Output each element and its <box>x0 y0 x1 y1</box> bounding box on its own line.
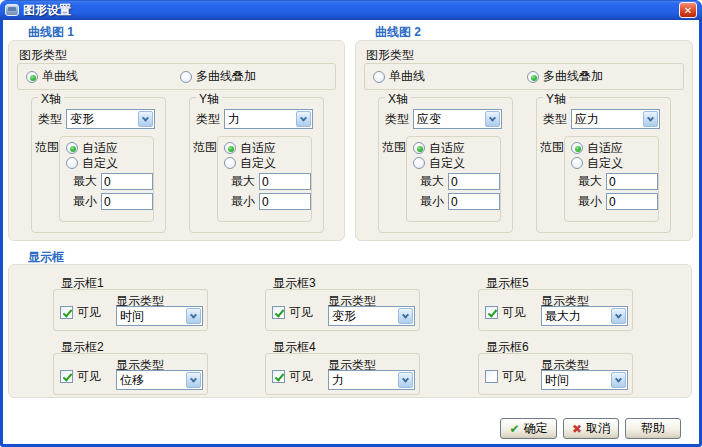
chevron-down-icon[interactable] <box>611 308 626 324</box>
radio-custom[interactable]: 自定义 <box>571 156 658 170</box>
visible-checkbox[interactable]: 可见 <box>485 304 526 321</box>
x-axis-type-select[interactable]: 变形 <box>66 109 155 129</box>
radio-multi-curve[interactable]: 多曲线叠加 <box>527 68 603 85</box>
radio-custom[interactable]: 自定义 <box>224 156 311 170</box>
graph-type-label: 图形类型 <box>19 47 67 64</box>
ok-button[interactable]: ✔ 确定 <box>500 418 557 439</box>
visible-checkbox[interactable]: 可见 <box>60 304 101 321</box>
chevron-down-icon[interactable] <box>186 372 201 388</box>
max-input[interactable] <box>101 173 153 190</box>
radio-adaptive[interactable]: 自适应 <box>66 141 153 155</box>
radio-custom[interactable]: 自定义 <box>413 156 500 170</box>
display-box-3: 可见 显示类型 变形 <box>265 289 420 331</box>
max-input[interactable] <box>259 173 311 190</box>
radio-icon <box>224 157 236 169</box>
chevron-down-icon[interactable] <box>611 372 626 388</box>
select-value: 力 <box>329 372 397 389</box>
radio-single-curve[interactable]: 单曲线 <box>373 68 425 85</box>
axis-type-row: 类型 变形 <box>38 109 155 129</box>
radio-adaptive[interactable]: 自适应 <box>224 141 311 155</box>
max-input[interactable] <box>448 173 500 190</box>
radio-single-curve[interactable]: 单曲线 <box>26 68 78 85</box>
min-input[interactable] <box>101 193 153 210</box>
radio-adaptive[interactable]: 自适应 <box>413 141 500 155</box>
chevron-down-icon[interactable] <box>138 111 153 127</box>
display-type-select[interactable]: 最大力 <box>541 306 628 326</box>
ok-button-label: 确定 <box>524 420 548 437</box>
min-row: 最小 <box>73 193 149 210</box>
display-column-1: 显示框1 可见 显示类型 时间 显示框2 可见 <box>53 275 209 403</box>
max-label: 最大 <box>420 173 445 190</box>
x-axis-group: X轴 类型 变形 范围 自适应 自定义 <box>31 97 166 233</box>
radio-custom[interactable]: 自定义 <box>66 156 153 170</box>
select-value: 位移 <box>117 372 185 389</box>
range-box: 自适应 自定义 最大 最小 <box>217 136 312 222</box>
display-type-select[interactable]: 力 <box>328 370 415 390</box>
chevron-down-icon[interactable] <box>485 111 500 127</box>
range-label: 范围 <box>35 139 59 156</box>
chevron-down-icon[interactable] <box>398 308 413 324</box>
radio-icon <box>26 71 38 83</box>
display-type-select[interactable]: 变形 <box>328 306 415 326</box>
curve-chart-2-container: 图形类型 单曲线 多曲线叠加 X轴 类型 应变 <box>355 40 693 241</box>
cancel-button[interactable]: ✖ 取消 <box>563 418 619 439</box>
cancel-button-label: 取消 <box>586 420 610 437</box>
range-label: 范围 <box>382 139 406 156</box>
display-section-container: 显示框1 可见 显示类型 时间 显示框2 可见 <box>8 264 692 398</box>
display-column-2: 显示框3 可见 显示类型 变形 显示框4 可见 <box>265 275 421 403</box>
app-icon <box>5 4 19 16</box>
min-input[interactable] <box>448 193 500 210</box>
help-button[interactable]: 帮助 <box>625 418 681 439</box>
max-input[interactable] <box>606 173 658 190</box>
y-axis-type-select[interactable]: 力 <box>224 109 313 129</box>
curve-chart-1-container: 图形类型 单曲线 多曲线叠加 X轴 类型 变形 <box>8 40 345 241</box>
select-value: 应力 <box>572 111 642 128</box>
min-input[interactable] <box>259 193 311 210</box>
radio-icon <box>413 142 425 154</box>
min-label: 最小 <box>420 193 445 210</box>
chevron-down-icon[interactable] <box>296 111 311 127</box>
type-label: 类型 <box>38 111 62 128</box>
min-label: 最小 <box>578 193 603 210</box>
visible-checkbox[interactable]: 可见 <box>272 304 313 321</box>
visible-label: 可见 <box>289 304 313 321</box>
range-label: 范围 <box>193 139 217 156</box>
min-input[interactable] <box>606 193 658 210</box>
display-type-select[interactable]: 时间 <box>541 370 628 390</box>
chevron-down-icon[interactable] <box>643 111 658 127</box>
radio-icon <box>66 157 78 169</box>
close-button[interactable]: ✕ <box>679 2 697 18</box>
range-box: 自适应 自定义 最大 最小 <box>59 136 154 222</box>
min-row: 最小 <box>578 193 654 210</box>
radio-adaptive[interactable]: 自适应 <box>571 141 658 155</box>
select-value: 力 <box>225 111 295 128</box>
max-row: 最大 <box>578 173 654 190</box>
chevron-down-icon[interactable] <box>398 372 413 388</box>
chevron-down-icon[interactable] <box>186 308 201 324</box>
radio-label: 单曲线 <box>389 68 425 85</box>
y-axis-type-select[interactable]: 应力 <box>571 109 660 129</box>
graph-type-box: 单曲线 多曲线叠加 <box>364 63 684 90</box>
display-box-label: 显示框3 <box>273 275 421 287</box>
radio-label: 自定义 <box>240 155 276 172</box>
visible-label: 可见 <box>502 304 526 321</box>
display-box-label: 显示框4 <box>273 339 421 351</box>
display-box-label: 显示框2 <box>61 339 209 351</box>
radio-label: 自定义 <box>82 155 118 172</box>
axis-type-row: 类型 力 <box>196 109 313 129</box>
titlebar: 图形设置 ✕ <box>0 0 702 20</box>
help-button-label: 帮助 <box>641 420 665 437</box>
display-type-select[interactable]: 位移 <box>116 370 203 390</box>
x-axis-group: X轴 类型 应变 范围 自适应 自定义 <box>378 97 513 233</box>
visible-checkbox[interactable]: 可见 <box>272 368 313 385</box>
radio-icon <box>180 71 192 83</box>
graph-type-box: 单曲线 多曲线叠加 <box>17 63 336 90</box>
radio-label: 自定义 <box>587 155 623 172</box>
display-type-select[interactable]: 时间 <box>116 306 203 326</box>
max-label: 最大 <box>578 173 603 190</box>
x-axis-type-select[interactable]: 应变 <box>413 109 502 129</box>
visible-checkbox[interactable]: 可见 <box>60 368 101 385</box>
visible-checkbox[interactable]: 可见 <box>485 368 526 385</box>
radio-multi-curve[interactable]: 多曲线叠加 <box>180 68 256 85</box>
display-box-6: 可见 显示类型 时间 <box>478 353 633 395</box>
